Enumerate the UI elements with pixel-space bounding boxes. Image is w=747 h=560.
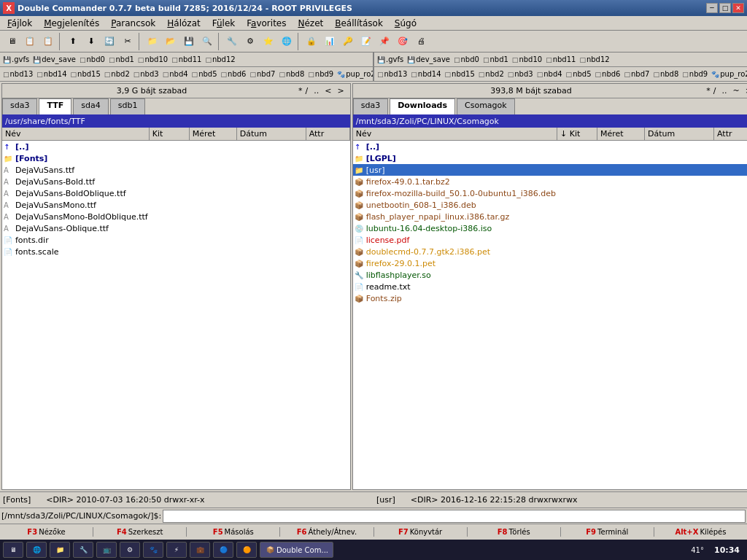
right-file-firefox49[interactable]: 📦 firefox-49.0.1.tar.bz2 bbox=[353, 176, 747, 187]
drive-nbd9-l[interactable]: □nbd9 bbox=[306, 69, 335, 79]
fkey-f4[interactable]: F4 Szerkeszt bbox=[93, 527, 187, 537]
taskbar-btn-blue[interactable]: 🔵 bbox=[213, 542, 233, 558]
drive-nbd3-r[interactable]: □nbd3 bbox=[506, 69, 535, 79]
toolbar-btn-20[interactable]: 📌 bbox=[376, 33, 393, 50]
drive-nbd10-l[interactable]: □nbd10 bbox=[136, 55, 169, 64]
left-file-fontsscale[interactable]: 📄 fonts.scale bbox=[2, 246, 350, 257]
drive-gvfs-r[interactable]: 💾.gvfs bbox=[376, 55, 405, 64]
drive-nbd2-l[interactable]: □nbd2 bbox=[103, 69, 131, 79]
drive-nbd6-r[interactable]: □nbd6 bbox=[594, 69, 622, 79]
menu-view[interactable]: Megjelenítés bbox=[38, 17, 105, 30]
drive-nbd5-r[interactable]: □nbd5 bbox=[565, 69, 593, 79]
left-file-dvsansoblique[interactable]: A DejaVuSans-Oblique.ttf bbox=[2, 222, 350, 234]
toolbar-btn-16[interactable]: 🔒 bbox=[303, 33, 320, 50]
drive-nbd12-l[interactable]: □nbd12 bbox=[204, 55, 236, 64]
fkey-f6[interactable]: F6 Áthely/Átnev. bbox=[280, 527, 374, 537]
taskbar-btn-desktop[interactable]: 🖥 bbox=[3, 542, 23, 558]
left-tab-sdb1[interactable]: sdb1 bbox=[110, 98, 146, 114]
drive-nbd8-r[interactable]: □nbd8 bbox=[651, 69, 680, 79]
menu-settings[interactable]: Beállítások bbox=[329, 17, 389, 30]
toolbar-btn-22[interactable]: 🖨 bbox=[412, 33, 430, 50]
left-col-ext[interactable]: Kit bbox=[150, 128, 190, 140]
taskbar-btn-briefcase[interactable]: 💼 bbox=[190, 542, 210, 558]
toolbar-btn-5[interactable]: ⬇ bbox=[82, 33, 100, 50]
taskbar-btn-power[interactable]: ⚡ bbox=[166, 542, 187, 558]
right-tab-downloads[interactable]: Downloads bbox=[390, 98, 455, 114]
drive-nbd15-l[interactable]: □nbd15 bbox=[69, 69, 102, 79]
toolbar-btn-8[interactable]: 📁 bbox=[144, 33, 161, 50]
drive-gvfs-l[interactable]: 💾.gvfs bbox=[1, 55, 31, 64]
right-file-lgpl[interactable]: 📁 [LGPL] bbox=[353, 152, 747, 164]
left-file-dvsansbold[interactable]: A DejaVuSans-Bold.ttf bbox=[2, 176, 350, 187]
toolbar-btn-18[interactable]: 🔑 bbox=[339, 33, 357, 50]
menu-nézet[interactable]: Nézet bbox=[292, 17, 329, 30]
right-tab-csomagok[interactable]: Csomagok bbox=[457, 98, 515, 114]
fkey-altx[interactable]: Alt+X Kilépés bbox=[654, 527, 747, 537]
right-col-name[interactable]: Név bbox=[353, 128, 557, 140]
toolbar-btn-15[interactable]: 🌐 bbox=[278, 33, 295, 50]
taskbar-btn-puppy[interactable]: 🐾 bbox=[143, 542, 163, 558]
toolbar-btn-12[interactable]: 🔧 bbox=[223, 33, 241, 50]
maximize-button[interactable]: □ bbox=[719, 3, 731, 13]
drive-nbd13-r[interactable]: □nbd13 bbox=[376, 69, 409, 79]
drive-devsave-l[interactable]: 💾dev_save bbox=[31, 55, 77, 64]
right-file-fontszip[interactable]: 📦 Fonts.zip bbox=[353, 292, 747, 304]
right-file-parent[interactable]: ↑ [..] bbox=[353, 141, 747, 152]
taskbar-btn-terminal[interactable]: 🔧 bbox=[73, 542, 93, 558]
left-file-list[interactable]: ↑ [..] 📁 [Fonts] A DejaVu bbox=[2, 141, 350, 489]
toolbar-btn-14[interactable]: ⭐ bbox=[260, 33, 277, 50]
right-col-date[interactable]: Dátum bbox=[645, 128, 714, 140]
left-col-attr[interactable]: Attr bbox=[306, 128, 350, 140]
drive-nbd7-l[interactable]: □nbd7 bbox=[248, 69, 276, 79]
drive-nbd11-r[interactable]: □nbd11 bbox=[544, 55, 577, 64]
drive-nbd0-l[interactable]: □nbd0 bbox=[78, 55, 107, 64]
toolbar-btn-21[interactable]: 🎯 bbox=[394, 33, 411, 50]
left-file-fonts[interactable]: 📁 [Fonts] bbox=[2, 152, 350, 164]
right-file-readme[interactable]: 📄 readme.txt bbox=[353, 281, 747, 292]
fkey-f8[interactable]: F8 Törlés bbox=[468, 527, 561, 537]
toolbar-btn-2[interactable]: 📋 bbox=[21, 33, 39, 50]
right-file-lubuntu[interactable]: 💿 lubuntu-16.04-desktop-i386.iso bbox=[353, 222, 747, 234]
toolbar-btn-4[interactable]: ⬆ bbox=[64, 33, 82, 50]
right-file-firefoxmozilla[interactable]: 📦 firefox-mozilla-build_50.1.0-0ubuntu1_… bbox=[353, 187, 747, 199]
minimize-button[interactable]: ─ bbox=[706, 3, 718, 13]
fkey-f5[interactable]: F5 Másolás bbox=[187, 527, 280, 537]
left-col-size[interactable]: Méret bbox=[190, 128, 237, 140]
drive-nbd14-r[interactable]: □nbd14 bbox=[409, 69, 442, 79]
menu-commands[interactable]: Parancsok bbox=[105, 17, 161, 30]
taskbar-btn-media[interactable]: 📺 bbox=[96, 542, 117, 558]
menu-files[interactable]: Fájlok bbox=[1, 17, 38, 30]
right-col-ext[interactable]: ↓ Kit bbox=[557, 128, 597, 140]
right-col-attr[interactable]: Attr bbox=[714, 128, 747, 140]
drive-nbd14-l[interactable]: □nbd14 bbox=[35, 69, 68, 79]
taskbar-btn-browser[interactable]: 🌐 bbox=[26, 542, 47, 558]
drive-nbd1-l[interactable]: □nbd1 bbox=[107, 55, 136, 64]
left-tab-sda3[interactable]: sda3 bbox=[2, 98, 37, 114]
toolbar-btn-13[interactable]: ⚙ bbox=[241, 33, 259, 50]
drive-nbd7-r[interactable]: □nbd7 bbox=[622, 69, 651, 79]
drive-nbd4-r[interactable]: □nbd4 bbox=[535, 69, 564, 79]
taskbar-btn-files[interactable]: 📁 bbox=[50, 542, 70, 558]
menu-tabs[interactable]: Fülek bbox=[206, 17, 241, 30]
right-file-flash[interactable]: 📦 flash_player_npapi_linux.i386.tar.gz bbox=[353, 211, 747, 222]
left-tab-ttf[interactable]: TTF bbox=[39, 98, 71, 114]
toolbar-btn-19[interactable]: 📝 bbox=[357, 33, 375, 50]
drive-nbd10-r[interactable]: □nbd10 bbox=[511, 55, 543, 64]
taskbar-btn-doublecomm[interactable]: 📦 Double Com... bbox=[260, 542, 333, 558]
taskbar-btn-orange[interactable]: 🟠 bbox=[236, 542, 257, 558]
menu-help[interactable]: Súgó bbox=[389, 17, 422, 30]
left-file-parent[interactable]: ↑ [..] bbox=[2, 141, 350, 152]
drive-nbd13-l[interactable]: □nbd13 bbox=[1, 69, 34, 79]
right-file-firefox29[interactable]: 📦 firefox-29.0.1.pet bbox=[353, 257, 747, 269]
toolbar-btn-7[interactable]: ✂ bbox=[119, 33, 136, 50]
drive-nbd0-r[interactable]: □nbd0 bbox=[452, 55, 481, 64]
fkey-f9[interactable]: F9 Terminál bbox=[561, 527, 654, 537]
toolbar-btn-9[interactable]: 📂 bbox=[162, 33, 179, 50]
left-file-dvsansmono[interactable]: A DejaVuSansMono.ttf bbox=[2, 199, 350, 211]
drive-pupro2-r[interactable]: 🐾pup_ro2 bbox=[710, 69, 747, 79]
toolbar-btn-6[interactable]: 🔄 bbox=[101, 33, 118, 50]
left-file-fontsdir[interactable]: 📄 fonts.dir bbox=[2, 234, 350, 246]
toolbar-btn-17[interactable]: 📊 bbox=[321, 33, 338, 50]
drive-nbd15-r[interactable]: □nbd15 bbox=[444, 69, 476, 79]
menu-favorites[interactable]: Favorites bbox=[241, 17, 292, 30]
